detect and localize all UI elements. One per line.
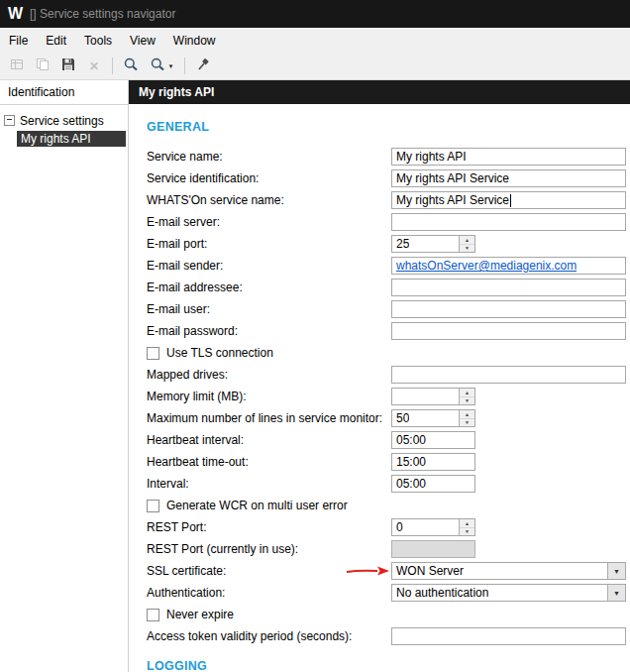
email-user-field[interactable]: [391, 300, 626, 318]
window-title: [] Service settings navigator: [30, 7, 175, 21]
form-row: E-mail server:: [147, 211, 626, 233]
field-label: E-mail addressee:: [147, 280, 391, 294]
tree-item-service-settings[interactable]: Service settings: [0, 112, 128, 129]
checkbox-label: Never expire: [166, 608, 234, 621]
section-title-logging: LOGGING: [147, 659, 626, 672]
form-row: Generate WCR on multi user error: [147, 495, 626, 516]
chevron-down-icon: ▼: [168, 63, 174, 69]
form-row: E-mail password:: [147, 320, 626, 342]
form-row: Service name: My rights API: [147, 146, 626, 168]
search-button[interactable]: [118, 55, 144, 77]
spin-down-button[interactable]: ▼: [460, 397, 474, 405]
text-caret: [510, 194, 511, 207]
spin-down-button[interactable]: ▼: [460, 419, 474, 427]
form-row: WHATS'On service name: My rights API Ser…: [147, 189, 626, 211]
spin-up-button[interactable]: ▲: [460, 389, 474, 397]
menu-tools[interactable]: Tools: [75, 28, 121, 53]
spin-down-button[interactable]: ▼: [460, 245, 474, 253]
field-label: E-mail user:: [147, 302, 391, 316]
form-row: E-mail addressee:: [147, 277, 626, 298]
never-expire-checkbox[interactable]: [147, 609, 159, 621]
field-label: Mapped drives:: [147, 368, 391, 382]
app-logo: W: [8, 0, 26, 28]
copy-button[interactable]: [30, 55, 55, 77]
chevron-down-icon[interactable]: ▼: [607, 563, 625, 579]
field-label: SSL certificate:: [147, 564, 391, 578]
service-identification-field[interactable]: My rights API Service: [391, 169, 626, 187]
email-port-spinner[interactable]: 25 ▲▼: [391, 235, 475, 253]
heartbeat-interval-field[interactable]: 05:00: [391, 431, 475, 449]
form-row: Interval: 05:00: [147, 473, 626, 495]
page-title: My rights API: [129, 80, 630, 104]
field-label: E-mail password:: [147, 324, 391, 338]
menu-bar: File Edit Tools View Window: [0, 28, 630, 53]
field-label: Service name:: [147, 150, 391, 164]
whatson-service-name-field[interactable]: My rights API Service: [391, 191, 626, 209]
navigation-tree: Service settings My rights API: [0, 105, 128, 147]
form-row: Mapped drives:: [147, 364, 626, 386]
spin-down-button[interactable]: ▼: [460, 528, 474, 536]
mapped-drives-field[interactable]: [391, 366, 626, 384]
max-lines-spinner[interactable]: 50 ▲▼: [391, 409, 475, 427]
authentication-select[interactable]: No authentication ▼: [391, 584, 626, 602]
email-sender-link[interactable]: whatsOnServer@mediagenix.com: [396, 259, 577, 273]
tls-checkbox[interactable]: [147, 347, 159, 360]
email-sender-field[interactable]: whatsOnServer@mediagenix.com: [391, 257, 626, 275]
checkbox-label: Generate WCR on multi user error: [166, 499, 348, 512]
form-row: Maximum number of lines in service monit…: [147, 407, 626, 429]
email-addressee-field[interactable]: [391, 279, 626, 296]
email-password-field[interactable]: [391, 322, 626, 340]
hammer-icon: [195, 56, 211, 75]
email-server-field[interactable]: [391, 213, 626, 231]
menu-file[interactable]: File: [0, 28, 37, 53]
ssl-certificate-select[interactable]: WON Server ▼: [391, 562, 626, 580]
collapse-icon[interactable]: [4, 115, 15, 126]
form-row: Memory limit (MB): ▲▼: [147, 386, 626, 407]
rest-port-spinner[interactable]: 0 ▲▼: [391, 518, 475, 536]
toolbar-separator: [112, 57, 113, 74]
menu-window[interactable]: Window: [164, 28, 225, 53]
menu-edit[interactable]: Edit: [37, 28, 75, 53]
tree-item-my-rights-api[interactable]: My rights API: [17, 131, 126, 147]
form-content: GENERAL Service name: My rights API Serv…: [129, 104, 630, 672]
form-row: Use TLS connection: [147, 342, 626, 364]
form-row: Service identification: My rights API Se…: [147, 168, 626, 189]
form-row: Authentication: No authentication ▼: [147, 582, 626, 604]
save-icon: [60, 56, 76, 75]
chevron-down-icon[interactable]: ▼: [607, 585, 625, 601]
spin-up-button[interactable]: ▲: [460, 236, 474, 245]
title-bar: W [] Service settings navigator: [0, 0, 630, 28]
form-row: Never expire: [147, 604, 626, 625]
sidebar-header: Identification: [0, 80, 128, 105]
tree-item-label: Service settings: [20, 114, 104, 128]
access-token-validity-field[interactable]: [391, 627, 626, 645]
field-label: E-mail port:: [147, 237, 391, 251]
memory-limit-spinner[interactable]: ▲▼: [391, 388, 475, 405]
delete-button[interactable]: ✕: [81, 55, 107, 77]
spin-up-button[interactable]: ▲: [460, 519, 474, 528]
field-label: Heartbeat time-out:: [147, 455, 391, 469]
wcr-checkbox[interactable]: [147, 500, 159, 512]
spin-up-button[interactable]: ▲: [460, 410, 474, 419]
spinner-buttons: ▲▼: [459, 389, 474, 404]
field-label: E-mail sender:: [147, 259, 391, 273]
field-label: REST Port (currently in use):: [147, 542, 391, 556]
search-menu-button[interactable]: ▼: [144, 55, 179, 77]
form-row: E-mail sender: whatsOnServer@mediagenix.…: [147, 255, 626, 277]
menu-view[interactable]: View: [121, 28, 164, 53]
search-icon: [123, 56, 139, 75]
spinner-buttons: ▲▼: [459, 236, 474, 252]
grid-icon: [9, 56, 25, 75]
form-row: E-mail port: 25 ▲▼: [147, 233, 626, 255]
rest-port-in-use-field: [391, 540, 475, 558]
field-label: Memory limit (MB):: [147, 390, 391, 403]
save-button[interactable]: [55, 55, 81, 77]
main-panel: My rights API GENERAL Service name: My r…: [129, 80, 630, 672]
grid-button[interactable]: [4, 55, 30, 77]
heartbeat-timeout-field[interactable]: 15:00: [391, 453, 475, 471]
toolbar: ✕ ▼: [0, 53, 630, 80]
tools-button[interactable]: [190, 55, 216, 77]
toolbar-separator: [184, 57, 185, 74]
service-name-field[interactable]: My rights API: [391, 148, 626, 166]
interval-field[interactable]: 05:00: [391, 475, 475, 493]
